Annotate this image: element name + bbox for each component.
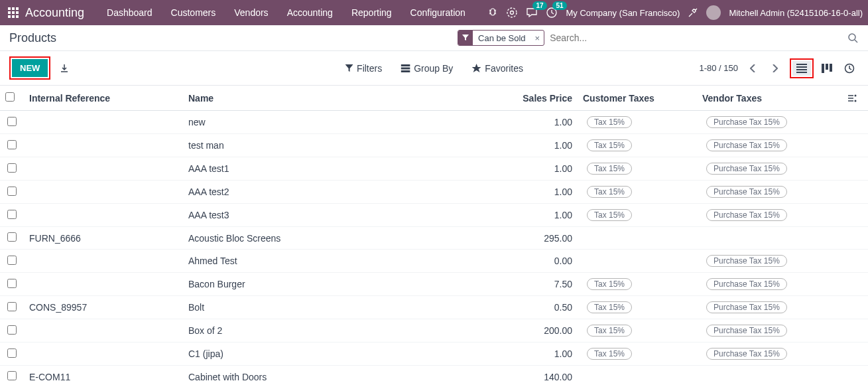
table-row[interactable]: Box of 2200.00Tax 15%Purchase Tax 15%	[0, 319, 868, 343]
svg-rect-3	[8, 11, 11, 14]
header-sales-price[interactable]: Sales Price	[505, 86, 578, 111]
svg-rect-22	[830, 64, 832, 72]
pager-next[interactable]	[769, 64, 780, 72]
header-internal-reference[interactable]: Internal Reference	[24, 86, 183, 111]
support-icon[interactable]	[506, 7, 518, 19]
row-checkbox[interactable]	[7, 302, 17, 311]
select-all-checkbox[interactable]	[5, 92, 15, 102]
cell-internal-reference	[24, 157, 183, 181]
debug-icon[interactable]	[487, 7, 498, 18]
menu-customers[interactable]: Customers	[162, 7, 225, 18]
vendor-tax-tag: Purchase Tax 15%	[706, 186, 787, 198]
row-checkbox[interactable]	[7, 279, 17, 288]
pager-prev[interactable]	[747, 64, 759, 72]
svg-rect-14	[401, 67, 410, 69]
table-row[interactable]: C1 (jipa)1.00Tax 15%Purchase Tax 15%	[0, 343, 868, 366]
cell-name: AAA test1	[183, 157, 505, 181]
filters-button[interactable]: Filters	[345, 63, 382, 74]
svg-rect-4	[12, 11, 15, 14]
svg-rect-7	[12, 15, 15, 18]
menu-configuration[interactable]: Configuration	[401, 7, 475, 18]
header-name[interactable]: Name	[183, 86, 505, 111]
messages-icon[interactable]: 17	[526, 7, 538, 19]
tools-icon[interactable]	[688, 7, 698, 18]
customer-tax-tag: Tax 15%	[587, 209, 632, 221]
svg-rect-19	[796, 72, 807, 73]
menu-vendors[interactable]: Vendors	[225, 7, 277, 18]
table-row[interactable]: new1.00Tax 15%Purchase Tax 15%	[0, 111, 868, 134]
cell-name: Bolt	[183, 296, 505, 319]
svg-rect-13	[401, 64, 410, 66]
activities-icon[interactable]: 51	[546, 7, 558, 19]
row-checkbox[interactable]	[7, 210, 17, 219]
cell-vendor-taxes: Purchase Tax 15%	[697, 181, 843, 204]
cell-name: Cabinet with Doors	[183, 366, 505, 386]
table-row[interactable]: Ahmed Test0.00Purchase Tax 15%	[0, 250, 868, 273]
facet-remove[interactable]: ×	[531, 33, 544, 43]
header-customer-taxes[interactable]: Customer Taxes	[578, 86, 697, 111]
search-box[interactable]: Can be Sold ×	[457, 29, 859, 46]
row-checkbox[interactable]	[7, 348, 17, 358]
avatar[interactable]	[706, 5, 721, 20]
cell-name: test man	[183, 134, 505, 157]
cell-internal-reference	[24, 250, 183, 273]
row-checkbox[interactable]	[7, 117, 17, 126]
row-checkbox[interactable]	[7, 140, 17, 149]
table-row[interactable]: FURN_6666Acoustic Bloc Screens295.00	[0, 227, 868, 250]
cell-internal-reference	[24, 319, 183, 343]
search-input[interactable]	[544, 30, 847, 46]
activities-badge: 51	[552, 1, 566, 10]
row-checkbox[interactable]	[7, 232, 17, 242]
row-checkbox[interactable]	[7, 256, 17, 265]
cell-customer-taxes: Tax 15%	[578, 181, 697, 204]
row-checkbox[interactable]	[7, 163, 17, 173]
menu-dashboard[interactable]: Dashboard	[97, 7, 162, 18]
table-header-row: Internal Reference Name Sales Price Cust…	[0, 86, 868, 111]
app-brand[interactable]: Accounting	[25, 6, 84, 20]
cell-customer-taxes	[578, 227, 697, 250]
table-row[interactable]: test man1.00Tax 15%Purchase Tax 15%	[0, 134, 868, 157]
svg-rect-6	[8, 15, 11, 18]
activity-view-button[interactable]	[840, 60, 859, 76]
cell-name: C1 (jipa)	[183, 343, 505, 366]
row-checkbox[interactable]	[7, 371, 17, 380]
kanban-view-button[interactable]	[818, 61, 836, 76]
row-checkbox[interactable]	[7, 187, 17, 196]
list-view-button[interactable]	[792, 61, 811, 76]
cell-customer-taxes: Tax 15%	[578, 296, 697, 319]
groupby-button[interactable]: Group By	[401, 63, 453, 74]
table-row[interactable]: E-COM11Cabinet with Doors140.00	[0, 366, 868, 386]
cell-sales-price: 200.00	[505, 319, 578, 343]
favorites-button[interactable]: Favorites	[471, 63, 523, 74]
vendor-tax-tag: Purchase Tax 15%	[706, 348, 787, 360]
pager-text[interactable]: 1-80 / 150	[699, 63, 738, 73]
table-row[interactable]: AAA test11.00Tax 15%Purchase Tax 15%	[0, 157, 868, 181]
cell-internal-reference	[24, 343, 183, 366]
header-vendor-taxes[interactable]: Vendor Taxes	[697, 86, 843, 111]
company-selector[interactable]: My Company (San Francisco)	[566, 8, 680, 18]
menu-accounting[interactable]: Accounting	[278, 7, 342, 18]
header-options[interactable]	[843, 86, 868, 111]
svg-point-12	[849, 34, 855, 40]
menu-reporting[interactable]: Reporting	[342, 7, 401, 18]
user-menu[interactable]: Mitchell Admin (52415106-16-0-all)	[729, 8, 863, 18]
svg-rect-2	[16, 7, 19, 10]
table-row[interactable]: AAA test21.00Tax 15%Purchase Tax 15%	[0, 181, 868, 204]
apps-icon[interactable]	[8, 7, 19, 18]
cell-sales-price: 1.00	[505, 204, 578, 227]
vendor-tax-tag: Purchase Tax 15%	[706, 301, 787, 313]
cell-sales-price: 0.00	[505, 250, 578, 273]
customer-tax-tag: Tax 15%	[587, 186, 632, 198]
cell-customer-taxes: Tax 15%	[578, 319, 697, 343]
table-row[interactable]: AAA test31.00Tax 15%Purchase Tax 15%	[0, 204, 868, 227]
table-row[interactable]: Bacon Burger7.50Tax 15%Purchase Tax 15%	[0, 273, 868, 296]
customer-tax-tag: Tax 15%	[587, 348, 632, 360]
import-button[interactable]	[60, 64, 69, 73]
search-options: Filters Group By Favorites	[345, 63, 523, 74]
search-icon[interactable]	[847, 33, 858, 43]
svg-rect-21	[826, 64, 828, 70]
table-row[interactable]: CONS_89957Bolt0.50Tax 15%Purchase Tax 15…	[0, 296, 868, 319]
new-button[interactable]: NEW	[12, 59, 48, 77]
new-button-highlight: NEW	[9, 56, 50, 80]
row-checkbox[interactable]	[7, 325, 17, 335]
